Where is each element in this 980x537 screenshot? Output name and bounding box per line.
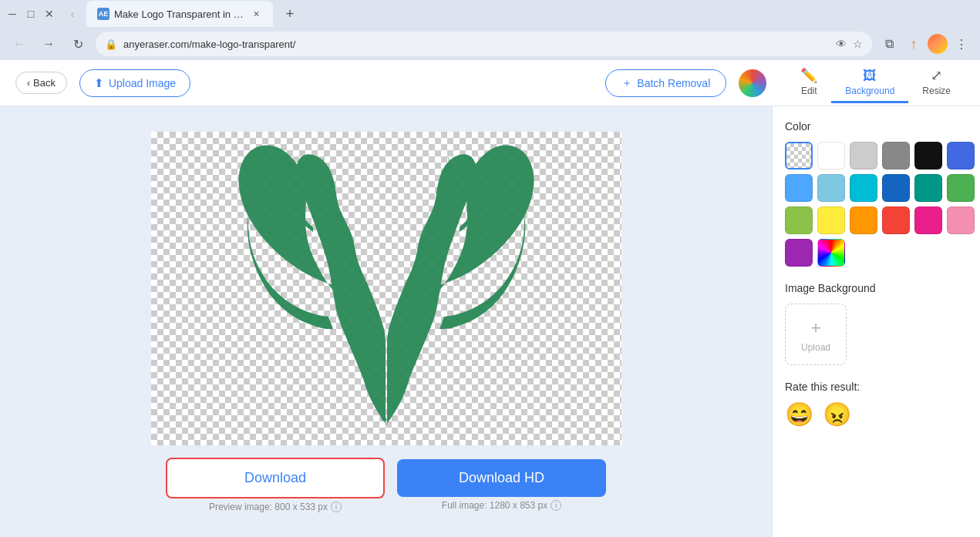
window-controls: ─ □ ✕	[8, 9, 54, 18]
color-yellow[interactable]	[817, 206, 845, 234]
color-lightblue2[interactable]	[817, 174, 845, 202]
resize-label: Resize	[922, 86, 951, 96]
url-box[interactable]: 🔒 anyeraser.com/make-logo-transparent/ 👁…	[96, 32, 872, 56]
background-label: Background	[845, 86, 894, 96]
profile-icon[interactable]	[928, 34, 948, 54]
url-text: anyeraser.com/make-logo-transparent/	[123, 39, 830, 50]
background-tool-btn[interactable]: 🖼 Background	[831, 62, 908, 103]
bg-upload-label: Upload	[801, 342, 830, 353]
batch-label: Batch Removal	[637, 77, 710, 89]
minimize-btn[interactable]: ─	[8, 9, 17, 18]
color-darkblue[interactable]	[882, 174, 910, 202]
update-icon[interactable]: ↑	[903, 33, 924, 55]
color-purple[interactable]	[785, 239, 813, 267]
back-button[interactable]: ‹ Back	[15, 72, 67, 94]
maximize-btn[interactable]: □	[26, 9, 35, 18]
app-main: Download Preview image: 800 x 533 px i D…	[0, 106, 980, 537]
color-section: Color	[785, 120, 968, 267]
color-section-title: Color	[785, 120, 968, 133]
canvas-wrapper	[151, 132, 621, 445]
download-buttons: Download Preview image: 800 x 533 px i D…	[166, 458, 606, 512]
color-grid	[785, 142, 968, 267]
color-cyan[interactable]	[850, 174, 877, 202]
canvas-preview	[151, 132, 621, 445]
color-black[interactable]	[914, 142, 942, 169]
image-bg-title: Image Background	[785, 282, 968, 294]
user-avatar[interactable]	[739, 69, 766, 97]
download-free-button[interactable]: Download	[166, 458, 385, 498]
star-icon[interactable]: ☆	[853, 38, 863, 50]
resize-tool-btn[interactable]: ⤢ Resize	[908, 62, 965, 103]
edit-tool-btn[interactable]: ✏️ Edit	[786, 62, 831, 103]
info-icon-preview: i	[331, 502, 342, 512]
app: ‹ Back ⬆ Upload Image ＋ Batch Removal ✏️…	[0, 60, 980, 537]
preview-info: Preview image: 800 x 533 px i	[209, 502, 342, 512]
forward-nav-btn[interactable]: →	[37, 32, 60, 55]
color-blue-royal[interactable]	[947, 142, 975, 169]
angry-emoji-btn[interactable]: 😠	[823, 401, 851, 428]
browser-tab[interactable]: AE Make Logo Transparent in 1 Cli... ✕	[86, 1, 273, 27]
back-nav-btn[interactable]: ←	[8, 32, 31, 55]
extensions-btn[interactable]: ⧉	[878, 33, 900, 55]
url-actions: 👁 ☆	[836, 38, 863, 50]
background-icon: 🖼	[863, 68, 877, 84]
eye-icon[interactable]: 👁	[836, 38, 847, 50]
color-lightpink[interactable]	[947, 206, 975, 234]
free-download-section: Download Preview image: 800 x 533 px i	[166, 458, 385, 512]
image-background-section: Image Background ＋ Upload	[785, 282, 968, 365]
address-bar: ← → ↻ 🔒 anyeraser.com/make-logo-transpar…	[0, 28, 980, 60]
tool-switcher: ✏️ Edit 🖼 Background ⤢ Resize	[786, 62, 965, 103]
rate-label: Rate this result:	[785, 381, 968, 393]
plus-icon: ＋	[621, 76, 632, 90]
download-hd-button[interactable]: Download HD	[397, 459, 606, 497]
hd-download-section: Download HD Full image: 1280 x 853 px i	[397, 459, 606, 511]
app-header: ‹ Back ⬆ Upload Image ＋ Batch Removal ✏️…	[0, 60, 980, 106]
sidebar: Color	[772, 106, 980, 537]
resize-icon: ⤢	[931, 67, 942, 84]
batch-removal-button[interactable]: ＋ Batch Removal	[605, 69, 726, 97]
logo-svg	[151, 132, 621, 445]
upload-label: Upload Image	[109, 77, 176, 89]
color-lightgray[interactable]	[850, 142, 877, 169]
title-bar: ─ □ ✕ ‹ AE Make Logo Transparent in 1 Cl…	[0, 0, 980, 28]
back-label: Back	[33, 77, 56, 89]
close-btn[interactable]: ✕	[45, 9, 54, 18]
browser-toolbar: ⧉ ↑ ⋮	[878, 33, 972, 55]
upload-image-button[interactable]: ⬆ Upload Image	[79, 69, 190, 97]
happy-emoji-btn[interactable]: 😄	[785, 401, 813, 428]
color-lightblue1[interactable]	[785, 174, 813, 202]
color-gray[interactable]	[882, 142, 910, 169]
bg-plus-icon: ＋	[807, 316, 824, 339]
tab-favicon: AE	[97, 8, 109, 20]
bg-upload-box[interactable]: ＋ Upload	[785, 304, 847, 365]
color-rainbow[interactable]	[817, 239, 845, 267]
edit-icon: ✏️	[800, 67, 817, 84]
rate-section: Rate this result: 😄 😠	[785, 381, 968, 428]
color-transparent[interactable]	[785, 142, 813, 169]
tab-title: Make Logo Transparent in 1 Cli...	[114, 8, 245, 20]
color-green[interactable]	[947, 174, 975, 202]
emoji-row: 😄 😠	[785, 401, 968, 428]
color-red[interactable]	[882, 206, 910, 234]
menu-btn[interactable]: ⋮	[951, 33, 972, 55]
reload-btn[interactable]: ↻	[66, 32, 89, 55]
color-orange[interactable]	[850, 206, 877, 234]
new-tab-btn[interactable]: +	[279, 3, 301, 25]
full-info: Full image: 1280 x 853 px i	[442, 500, 561, 511]
color-hotpink[interactable]	[914, 206, 942, 234]
color-white[interactable]	[817, 142, 845, 169]
edit-label: Edit	[801, 86, 817, 96]
info-icon-full: i	[551, 500, 561, 511]
color-yellowgreen[interactable]	[785, 206, 813, 234]
canvas-area: Download Preview image: 800 x 533 px i D…	[0, 106, 772, 537]
back-chevron-icon: ‹	[27, 78, 30, 89]
tab-scroll-back[interactable]: ‹	[62, 3, 83, 25]
tab-close-btn[interactable]: ✕	[250, 8, 262, 20]
bottom-section: Download Preview image: 800 x 533 px i D…	[166, 458, 606, 512]
upload-icon: ⬆	[94, 76, 104, 90]
color-teal[interactable]	[914, 174, 942, 202]
